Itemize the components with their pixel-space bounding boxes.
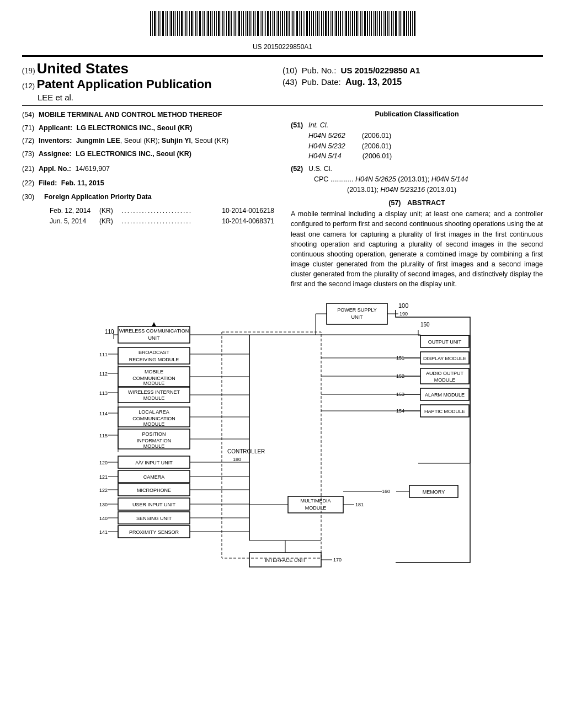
power-supply-box — [327, 303, 387, 324]
svg-rect-76 — [306, 11, 308, 36]
svg-rect-80 — [315, 11, 316, 36]
svg-rect-64 — [282, 11, 283, 36]
field-21-content: Appl. No.: 14/619,907 — [39, 164, 110, 174]
field-71-num: (71) — [22, 124, 39, 133]
country-label: United States — [37, 60, 129, 77]
field-72-row: (72) Inventors: Jungmin LEE, Seoul (KR);… — [22, 136, 274, 146]
patent-page: US 20150229850A1 (19) United States (12)… — [0, 0, 565, 728]
cpc-line2: (2013.01); H04N 5/23216 (2013.01) — [314, 185, 468, 195]
svg-rect-126 — [410, 11, 411, 36]
svg-rect-49 — [252, 11, 252, 36]
svg-rect-89 — [334, 11, 334, 36]
svg-rect-70 — [295, 11, 295, 36]
abstract-text: A mobile terminal including a display un… — [291, 209, 543, 289]
svg-rect-119 — [395, 11, 397, 36]
microphone-text: MICROPHONE — [137, 488, 171, 493]
svg-rect-32 — [216, 11, 217, 36]
svg-rect-106 — [369, 11, 370, 36]
field-22-row: (22) Filed: Feb. 11, 2015 — [22, 179, 274, 189]
wireless-internet-text2: MODULE — [143, 395, 165, 401]
svg-rect-30 — [212, 11, 213, 36]
svg-rect-115 — [387, 11, 388, 36]
svg-rect-127 — [412, 11, 413, 36]
svg-rect-98 — [352, 11, 353, 36]
svg-rect-101 — [359, 11, 359, 36]
barcode-image — [145, 11, 420, 39]
svg-rect-118 — [393, 11, 394, 36]
svg-rect-39 — [231, 11, 232, 36]
down-arrow-wireless — [152, 322, 156, 326]
svg-rect-108 — [373, 11, 374, 36]
right-column: Publication Classification (51) Int. Cl.… — [291, 110, 543, 289]
priority-1-country: (KR) — [99, 206, 121, 216]
field-30-num: (30) — [22, 192, 39, 202]
svg-rect-124 — [406, 11, 407, 36]
svg-rect-48 — [249, 11, 250, 36]
int-cl-1-row: H04N 5/262 (2006.01) — [308, 131, 392, 141]
svg-rect-68 — [291, 11, 291, 36]
svg-rect-105 — [367, 11, 368, 36]
field-73-content: Assignee: LG ELECTRONICS INC., Seoul (KR… — [39, 149, 191, 159]
svg-rect-66 — [286, 11, 287, 36]
pub-no-label: Pub. No.: — [302, 66, 337, 75]
priority-2-country: (KR) — [99, 216, 121, 227]
svg-rect-61 — [276, 11, 276, 36]
abstract-title: (57) ABSTRACT — [291, 199, 543, 207]
svg-rect-88 — [332, 11, 333, 36]
wireless-comm-text2: UNIT — [148, 335, 160, 341]
field-22-value: Feb. 11, 2015 — [61, 179, 104, 187]
body-section: (54) MOBILE TERMINAL AND CONTROL METHOD … — [22, 110, 543, 289]
priority-1-num: 10-2014-0016218 — [222, 206, 274, 216]
pub-no-value: US 2015/0229850 A1 — [341, 66, 420, 75]
field-22-label: Filed: — [39, 179, 57, 187]
header-divider — [22, 105, 543, 106]
left-column: (54) MOBILE TERMINAL AND CONTROL METHOD … — [22, 110, 274, 289]
field-52-num: (52) — [291, 164, 308, 195]
svg-rect-11 — [173, 11, 174, 36]
svg-rect-44 — [241, 11, 242, 36]
svg-rect-24 — [199, 11, 201, 36]
svg-rect-19 — [189, 11, 190, 36]
svg-rect-43 — [238, 11, 240, 36]
header-left: (19) United States (12) Patent Applicati… — [22, 60, 282, 102]
svg-rect-27 — [206, 11, 206, 36]
int-cl-1-code: H04N 5/262 — [308, 131, 345, 141]
int-cl-label-row: Int. Cl. — [308, 120, 392, 131]
ref181-label: 181 — [355, 502, 364, 507]
svg-rect-60 — [274, 11, 275, 36]
svg-rect-0 — [150, 11, 151, 36]
field-52-label: U.S. Cl. — [308, 165, 332, 173]
num12-row: (12) Patent Application Publication — [22, 77, 282, 92]
ref115-label: 115 — [99, 433, 108, 438]
svg-rect-72 — [299, 11, 300, 36]
ref100-label: 100 — [398, 302, 408, 309]
svg-rect-9 — [169, 11, 169, 36]
patent-app-label: Patent Application Publication — [37, 77, 212, 91]
position-info-text1: POSITION — [142, 431, 166, 437]
svg-rect-100 — [356, 11, 358, 36]
svg-rect-97 — [350, 11, 351, 36]
inventors-row: LEE et al. — [22, 93, 282, 102]
cpc-year3: (2013.01) — [427, 186, 457, 194]
svg-rect-110 — [377, 11, 378, 36]
field-71-value: LG ELECTRONICS INC., Seoul (KR) — [77, 124, 193, 132]
svg-rect-122 — [402, 11, 402, 36]
svg-rect-86 — [328, 11, 329, 36]
local-area-text1: LOCAL AREA — [138, 409, 169, 415]
svg-rect-29 — [210, 11, 211, 36]
svg-rect-83 — [321, 11, 322, 36]
svg-rect-125 — [408, 11, 409, 36]
av-input-text: A/V INPUT UNIT — [135, 460, 173, 465]
pub-no-line: (10) Pub. No.: US 2015/0229850 A1 — [282, 66, 543, 75]
svg-rect-4 — [158, 11, 159, 36]
priority-2-dots: ........................ — [121, 216, 222, 227]
int-cl-3-code: H04N 5/14 — [308, 151, 342, 162]
multimedia-text2: MODULE — [305, 505, 327, 511]
svg-rect-18 — [188, 11, 188, 36]
pub-date-value: Aug. 13, 2015 — [345, 77, 402, 87]
priority-1-dots: ........................ — [121, 206, 222, 216]
priority-row-1: Feb. 12, 2014 (KR) .....................… — [22, 206, 274, 216]
cpc-value1: H04N 5/2625 — [355, 175, 396, 183]
svg-rect-31 — [214, 11, 215, 36]
svg-rect-45 — [243, 11, 244, 36]
